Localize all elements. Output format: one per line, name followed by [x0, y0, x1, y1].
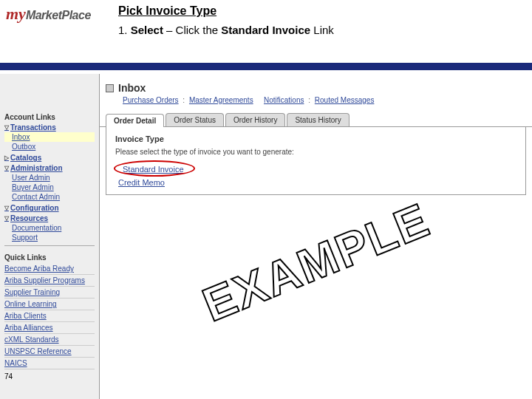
instruction-title: Pick Invoice Type [118, 4, 525, 18]
sidebar-item-documentation[interactable]: Documentation [4, 223, 95, 233]
sidebar-section-quicklinks: Quick Links [4, 253, 95, 262]
tab-order-status[interactable]: Order Status [166, 113, 224, 126]
step-bold: Standard Invoice [221, 24, 310, 36]
caret-icon: ▽ [4, 165, 9, 171]
crumb-purchase-orders[interactable]: Purchase Orders [123, 96, 179, 104]
panel-title: Invoice Type [115, 134, 516, 143]
page-number: 74 [4, 372, 95, 381]
sidebar-group-configuration[interactable]: ▽Configuration [4, 204, 95, 212]
sidebar-divider [4, 245, 95, 246]
caret-icon: ▷ [4, 154, 9, 161]
step-tail: Link [310, 24, 334, 36]
caret-icon: ▽ [4, 215, 9, 222]
example-watermark: EXAMPLE [195, 192, 437, 332]
credit-memo-link[interactable]: Credit Memo [118, 178, 165, 187]
crumb-notifications[interactable]: Notifications [264, 96, 304, 104]
sidebar-section-account: Account Links [4, 113, 95, 121]
ql-ariba-ready[interactable]: Become Ariba Ready [4, 263, 95, 275]
sidebar-item-inbox[interactable]: Inbox [4, 132, 95, 142]
tab-order-history[interactable]: Order History [225, 113, 285, 126]
step-select: Select [131, 24, 163, 36]
ql-online-learning[interactable]: Online Learning [4, 299, 95, 310]
logo-market: MarketPlace [26, 9, 91, 21]
crumb-master-agreements[interactable]: Master Agreements [189, 96, 253, 104]
crumb-routed-messages[interactable]: Routed Messages [315, 96, 375, 104]
caret-icon: ▽ [4, 124, 9, 131]
sidebar-item-user-admin[interactable]: User Admin [4, 173, 95, 183]
step-number: 1. [118, 24, 128, 36]
ql-ariba-alliances[interactable]: Ariba Alliances [4, 322, 95, 334]
ql-cxml-standards[interactable]: cXML Standards [4, 334, 95, 346]
sidebar-item-buyer-admin[interactable]: Buyer Admin [4, 183, 95, 192]
ql-ariba-clients[interactable]: Ariba Clients [4, 310, 95, 322]
ql-supplier-programs[interactable]: Ariba Supplier Programs [4, 275, 95, 287]
divider-bar [0, 63, 532, 70]
sidebar-group-resources[interactable]: ▽Resources [4, 214, 95, 222]
instruction-step: 1. Select – Click the Standard Invoice L… [118, 24, 525, 36]
inbox-title: Inbox [118, 82, 146, 94]
ql-unspsc-reference[interactable]: UNSPSC Reference [4, 346, 95, 358]
ql-naics[interactable]: NAICS [4, 358, 95, 369]
sidebar-group-catalogs[interactable]: ▷Catalogs [4, 154, 95, 162]
tab-status-history[interactable]: Status History [287, 113, 349, 126]
tab-order-detail[interactable]: Order Detail [106, 114, 164, 127]
sidebar-item-outbox[interactable]: Outbox [4, 142, 95, 151]
sidebar-group-transactions[interactable]: ▽Transactions [4, 123, 95, 132]
sidebar-group-administration[interactable]: ▽Administration [4, 164, 95, 172]
sidebar-item-support[interactable]: Support [4, 233, 95, 242]
standard-invoice-link[interactable]: Standard Invoice [123, 165, 184, 174]
logo-my: my [6, 4, 26, 23]
breadcrumb: Purchase Orders : Master Agreements Noti… [100, 96, 532, 109]
ql-supplier-training[interactable]: Supplier Training [4, 287, 95, 299]
logo: myMarketPlace [6, 4, 91, 24]
caret-icon: ▽ [4, 205, 9, 211]
sidebar-item-contact-admin[interactable]: Contact Admin [4, 192, 95, 202]
step-dash: – Click the [163, 24, 221, 36]
panel-subtitle: Please select the type of invoice you wa… [115, 148, 516, 156]
inbox-icon [106, 84, 114, 92]
tab-bar: Order Detail Order Status Order History … [100, 113, 532, 127]
invoice-type-panel: Invoice Type Please select the type of i… [106, 127, 526, 195]
sidebar: Account Links ▽Transactions Inbox Outbox… [0, 74, 100, 399]
main-content: Inbox Purchase Orders : Master Agreement… [100, 74, 532, 399]
